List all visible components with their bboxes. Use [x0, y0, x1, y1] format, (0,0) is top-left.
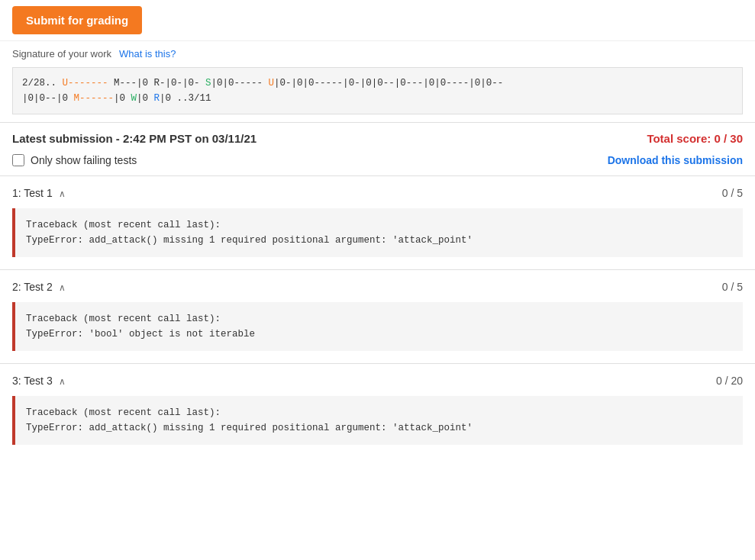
- error-line: TypeError: add_attack() missing 1 requir…: [26, 233, 732, 248]
- test-title-2: 2: Test 2 ∧: [12, 281, 66, 293]
- download-submission-link[interactable]: Download this submission: [608, 154, 743, 166]
- error-line: Traceback (most recent call last):: [26, 311, 732, 327]
- submit-for-grading-button[interactable]: Submit for grading: [12, 6, 142, 34]
- total-score: Total score: 0 / 30: [647, 132, 743, 145]
- only-failing-text: Only show failing tests: [31, 154, 137, 166]
- test-error-box-2: Traceback (most recent call last):TypeEr…: [12, 302, 743, 351]
- signature-line-1: 2/28.. U------- M---|0 R-|0-|0- S|0|0---…: [22, 76, 733, 91]
- test-score-1: 0 / 5: [722, 187, 743, 199]
- chevron-up-icon-2: ∧: [59, 282, 66, 293]
- test-section-1: 1: Test 1 ∧0 / 5Traceback (most recent c…: [0, 175, 755, 257]
- controls-row: Only show failing tests Download this su…: [0, 151, 755, 175]
- error-line: TypeError: 'bool' object is not iterable: [26, 327, 732, 342]
- test-header-3[interactable]: 3: Test 3 ∧0 / 20: [12, 375, 743, 387]
- submission-header: Latest submission - 2:42 PM PST on 03/11…: [0, 122, 755, 151]
- error-line: TypeError: add_attack() missing 1 requir…: [26, 420, 732, 436]
- only-failing-checkbox[interactable]: [12, 154, 24, 166]
- test-score-3: 0 / 20: [716, 375, 743, 387]
- chevron-up-icon-1: ∧: [59, 188, 66, 199]
- test-section-2: 2: Test 2 ∧0 / 5Traceback (most recent c…: [0, 269, 755, 351]
- test-score-2: 0 / 5: [722, 281, 743, 293]
- chevron-up-icon-3: ∧: [59, 376, 66, 387]
- error-line: Traceback (most recent call last):: [26, 217, 732, 233]
- tests-container: 1: Test 1 ∧0 / 5Traceback (most recent c…: [0, 175, 755, 445]
- submission-title: Latest submission - 2:42 PM PST on 03/11…: [12, 132, 257, 145]
- signature-label: Signature of your work: [12, 48, 111, 60]
- signature-box: 2/28.. U------- M---|0 R-|0-|0- S|0|0---…: [12, 67, 743, 114]
- test-title-1: 1: Test 1 ∧: [12, 187, 66, 199]
- test-error-box-1: Traceback (most recent call last):TypeEr…: [12, 208, 743, 257]
- test-header-1[interactable]: 1: Test 1 ∧0 / 5: [12, 187, 743, 199]
- only-failing-label[interactable]: Only show failing tests: [12, 154, 137, 166]
- signature-area: Signature of your work What is this?: [0, 41, 755, 63]
- test-title-3: 3: Test 3 ∧: [12, 375, 66, 387]
- what-is-this-link[interactable]: What is this?: [119, 48, 176, 60]
- error-line: Traceback (most recent call last):: [26, 405, 732, 420]
- test-error-box-3: Traceback (most recent call last):TypeEr…: [12, 396, 743, 445]
- test-header-2[interactable]: 2: Test 2 ∧0 / 5: [12, 281, 743, 293]
- signature-line-2: |0|0--|0 M------|0 W|0 R|0 ..3/11: [22, 91, 733, 106]
- header: Submit for grading: [0, 0, 755, 41]
- test-section-3: 3: Test 3 ∧0 / 20Traceback (most recent …: [0, 363, 755, 445]
